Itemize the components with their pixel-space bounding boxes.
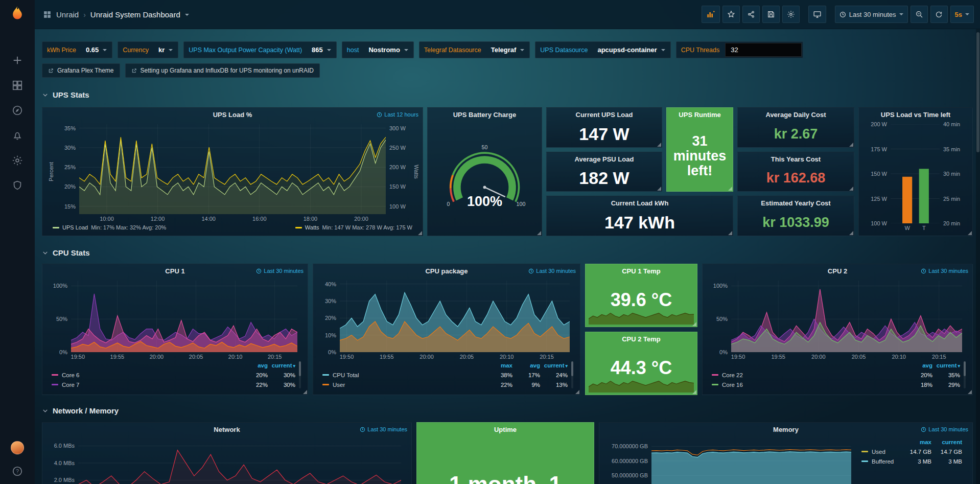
panel-title[interactable]: UPS Load %: [42, 111, 423, 119]
refresh-button[interactable]: [930, 6, 948, 23]
panel-title[interactable]: This Years Cost: [738, 155, 854, 163]
legend-column-header[interactable]: current: [931, 439, 962, 445]
legend-column-header[interactable]: current▾: [540, 362, 568, 368]
legend-series-name[interactable]: CPU Total: [333, 372, 359, 378]
panel-title[interactable]: CPU 2 Temp: [586, 335, 697, 343]
legend-column-header[interactable]: avg: [512, 362, 540, 368]
dashboard-settings-button[interactable]: [782, 6, 800, 23]
variable-label: Telegraf Datasource: [419, 42, 486, 58]
legend-series-name[interactable]: Watts: [305, 224, 319, 231]
legend-value: 3 MB: [931, 458, 962, 465]
panel-cpu2-temp: CPU 2 Temp 44.3 °C: [585, 332, 697, 395]
panel-title[interactable]: Average PSU Load: [547, 155, 662, 163]
variable-value-telegraf-datasource[interactable]: Telegraf: [486, 42, 530, 58]
variable-value-host[interactable]: Nostromo: [363, 42, 413, 58]
legend-column-header[interactable]: current▾: [932, 362, 960, 368]
legend-series-name[interactable]: UPS Load: [62, 224, 88, 231]
legend-column-header[interactable]: current▾: [268, 362, 295, 368]
stat-value: 44.3 °C: [586, 341, 697, 395]
y-tick-label: 100 W: [389, 203, 406, 210]
dashboard-link-0[interactable]: Grafana Plex Theme: [42, 63, 120, 78]
time-picker-button[interactable]: Last 30 minutes: [835, 6, 908, 23]
variable-input-cpu-threads[interactable]: 32: [725, 43, 802, 57]
legend-series-name[interactable]: Core 16: [722, 382, 743, 388]
scrollbar-thumb[interactable]: [976, 32, 979, 152]
panel-title[interactable]: UPS Runtime: [667, 111, 733, 119]
y-axis-left: 100%50%0%: [708, 281, 731, 352]
plot-canvas: [79, 124, 386, 214]
panel-title[interactable]: UPS Load vs Time left: [859, 111, 972, 119]
legend-column-header[interactable]: avg: [905, 362, 932, 368]
time-override: Last 30 minutes: [360, 426, 407, 432]
x-tick-label: 20:00: [354, 216, 368, 222]
link-label: Grafana Plex Theme: [57, 67, 114, 74]
panel-title[interactable]: Network: [42, 426, 411, 433]
variable-value-ups-max-output-power-capacity-watt[interactable]: 865: [307, 42, 336, 58]
y-axis-label-left: Percent: [48, 162, 54, 181]
star-button[interactable]: [722, 6, 740, 23]
help-icon[interactable]: ?: [11, 465, 24, 478]
breadcrumb-app[interactable]: Unraid: [56, 10, 79, 19]
row-header-cpu-stats[interactable]: CPU Stats: [42, 247, 973, 258]
legend-scrollbar-thumb[interactable]: [299, 361, 301, 376]
dashboards-icon[interactable]: [11, 79, 24, 92]
legend-series-name[interactable]: Buffered: [872, 458, 894, 465]
panel-title[interactable]: Estimated Yearly Cost: [738, 199, 854, 207]
legend-series-name[interactable]: Core 22: [722, 372, 743, 378]
legend-column-header[interactable]: avg: [240, 362, 268, 368]
configuration-gear-icon[interactable]: [11, 154, 24, 167]
stat-value: 147 kWh: [547, 210, 733, 236]
y-tick-label: 20 min: [943, 220, 960, 226]
legend-scrollbar-thumb[interactable]: [964, 361, 966, 376]
panel-current-ups-load: Current UPS Load 147 W: [546, 107, 662, 148]
panel-memory: Memory Last 30 minutes 70.000000 GB60.00…: [599, 422, 973, 484]
legend-scrollbar[interactable]: [571, 361, 573, 388]
legend-scrollbar[interactable]: [299, 361, 301, 388]
explore-compass-icon[interactable]: [11, 104, 24, 117]
panel-title[interactable]: Memory: [599, 426, 972, 433]
refresh-interval-button[interactable]: 5s: [950, 6, 974, 23]
dashboard-link-1[interactable]: Setting up Grafana and InfluxDB for UPS …: [125, 63, 320, 78]
server-admin-shield-icon[interactable]: [11, 179, 24, 192]
row-header-ups-stats[interactable]: UPS Stats: [42, 89, 973, 100]
share-button[interactable]: [742, 6, 760, 23]
chevron-down-icon[interactable]: [185, 14, 189, 16]
zoom-out-button[interactable]: [911, 6, 928, 23]
avatar[interactable]: [11, 441, 24, 454]
grafana-flame-icon: [9, 6, 26, 23]
legend-column-header[interactable]: max: [901, 439, 931, 445]
panel-title[interactable]: Current Load kWh: [547, 199, 733, 207]
save-button[interactable]: [762, 6, 780, 23]
variable-value-kwh-price[interactable]: 0.65: [81, 42, 112, 58]
variable-value-currency[interactable]: kr: [153, 42, 178, 58]
panel-title[interactable]: Uptime: [417, 426, 594, 433]
legend-scrollbar-thumb[interactable]: [571, 361, 573, 376]
panel-title[interactable]: CPU 1 Temp: [586, 267, 697, 275]
ups-stats-row: UPS Load % Last 12 hours PercentWatts35%…: [42, 107, 973, 236]
time-override: Last 30 minutes: [921, 426, 968, 432]
legend-series-name[interactable]: Used: [872, 449, 885, 455]
row-title: UPS Stats: [53, 90, 89, 99]
legend-series-stats: Min: 17% Max: 32% Avg: 20%: [91, 224, 166, 231]
variable-value-ups-datasource[interactable]: apcupsd-container: [592, 42, 670, 58]
panel-title[interactable]: UPS Battery Charge: [428, 111, 542, 119]
legend-series-name[interactable]: Core 6: [62, 372, 80, 378]
grafana-logo[interactable]: [9, 6, 26, 23]
add-icon[interactable]: [11, 54, 24, 67]
y-tick-label: 100%: [53, 283, 67, 289]
y-axis-right: 40 min35 min30 min25 min20 min: [940, 124, 967, 223]
panel-cpu-package: CPU package Last 30 minutes 40%30%20%10%…: [313, 264, 580, 395]
legend-scrollbar[interactable]: [964, 361, 966, 388]
panel-title[interactable]: Current UPS Load: [547, 111, 662, 119]
legend-series-name[interactable]: Core 7: [62, 382, 80, 388]
page-title[interactable]: Unraid System Dashboard: [90, 10, 180, 19]
alerting-bell-icon[interactable]: [11, 129, 24, 142]
add-panel-button[interactable]: [702, 6, 720, 23]
legend-series-name[interactable]: User: [333, 382, 345, 388]
panel-title[interactable]: Average Daily Cost: [738, 111, 854, 119]
template-variables-row: kWh Price0.65CurrencykrUPS Max Output Po…: [42, 41, 973, 58]
page-scrollbar[interactable]: [976, 29, 980, 484]
row-header-network-memory[interactable]: Network / Memory: [42, 405, 973, 416]
kiosk-mode-button[interactable]: [808, 6, 826, 23]
legend-column-header[interactable]: max: [485, 362, 512, 368]
